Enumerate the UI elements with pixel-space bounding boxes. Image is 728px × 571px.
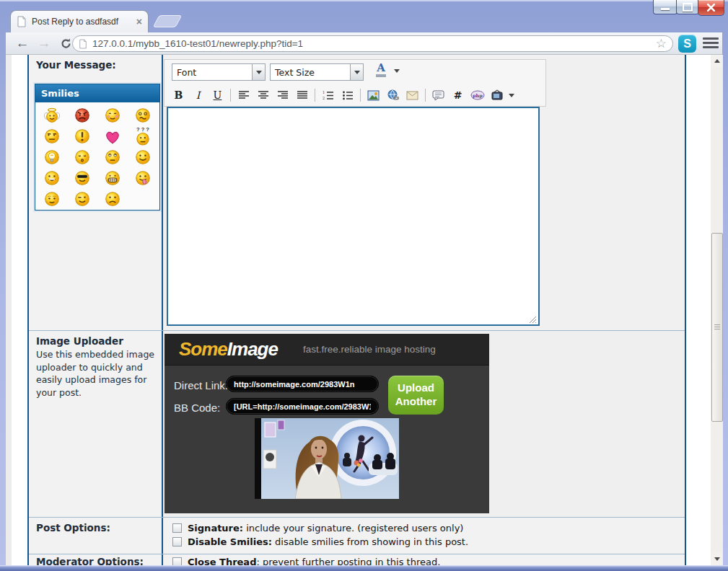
- align-center-button[interactable]: [253, 86, 273, 105]
- font-color-button[interactable]: A: [372, 63, 390, 77]
- smiley-heart-icon[interactable]: [103, 128, 122, 145]
- tab-close-icon[interactable]: ×: [136, 17, 142, 27]
- reload-icon: [60, 37, 72, 50]
- logo-some: Some: [179, 338, 227, 360]
- maximize-icon: [683, 3, 693, 12]
- someimage-header: SomeImage fast.free.reliable image hosti…: [165, 334, 489, 366]
- your-message-label: Your Message:: [36, 59, 116, 71]
- font-select[interactable]: Font: [172, 63, 266, 81]
- close-thread-checkbox[interactable]: [172, 557, 182, 565]
- close-thread-option-desc: : prevent further posting in this thread…: [256, 557, 440, 565]
- message-textarea[interactable]: [167, 107, 540, 326]
- smiley-exclamation-icon[interactable]: [74, 128, 91, 145]
- insert-quote-button[interactable]: [429, 86, 448, 105]
- smiley-sad-icon[interactable]: [104, 190, 121, 208]
- insert-php-button[interactable]: php: [468, 86, 487, 105]
- minimize-icon: [661, 8, 670, 10]
- skype-extension-icon[interactable]: S: [678, 35, 696, 53]
- smilies-panel: Smilies: [35, 84, 160, 211]
- disable-smilies-option-name: Disable Smilies:: [188, 536, 272, 547]
- direct-link-input[interactable]: [226, 376, 379, 392]
- smiley-big-grin-icon[interactable]: [43, 169, 61, 187]
- smiley-angel-icon[interactable]: [43, 107, 61, 124]
- bold-button[interactable]: B: [169, 86, 188, 105]
- bookmark-star-icon[interactable]: ☆: [656, 37, 667, 50]
- someimage-panel: SomeImage fast.free.reliable image hosti…: [165, 334, 489, 513]
- smiley-sleepy-icon[interactable]: [74, 149, 91, 166]
- underline-button[interactable]: U: [208, 86, 227, 105]
- tab-title: Post Reply to asdfasdf: [32, 17, 136, 27]
- text-size-select[interactable]: Text Size: [270, 63, 364, 81]
- page-scrollbar[interactable]: [711, 55, 723, 565]
- smiley-shy-icon[interactable]: [43, 190, 61, 208]
- smiley-smile-icon[interactable]: [134, 149, 152, 166]
- bullet-list-button[interactable]: [338, 86, 357, 105]
- font-color-caret-icon[interactable]: [394, 69, 400, 73]
- smiley-tongue-icon[interactable]: [134, 169, 152, 187]
- image-uploader-description: Use this embedded image uploader to quic…: [36, 348, 156, 399]
- smiley-idea-icon[interactable]: [43, 149, 61, 166]
- video-caret-icon[interactable]: [509, 94, 514, 97]
- font-color-bar: [376, 74, 386, 77]
- post-options-label-cell: Post Options:: [29, 518, 162, 554]
- resize-grip-icon[interactable]: [529, 316, 537, 324]
- font-select-value: Font: [172, 67, 252, 78]
- browser-menu-icon[interactable]: [703, 37, 719, 50]
- ordered-list-button[interactable]: 12: [318, 86, 338, 105]
- upload-another-button[interactable]: Upload Another: [388, 376, 444, 415]
- smiley-wink-icon[interactable]: [74, 190, 91, 208]
- url-text: 127.0.0.1/mybb_1610-test01/newreply.php?…: [92, 38, 656, 49]
- maximize-button[interactable]: [676, 0, 699, 14]
- bb-code-input[interactable]: [226, 398, 379, 415]
- disable-smilies-checkbox[interactable]: [172, 537, 182, 546]
- insert-video-button[interactable]: [487, 86, 506, 105]
- disable-smilies-option-text: Disable Smilies: disable smilies from sh…: [188, 536, 468, 547]
- insert-image-button[interactable]: [364, 86, 383, 105]
- close-button[interactable]: [698, 0, 724, 16]
- signature-checkbox[interactable]: [172, 523, 182, 533]
- direct-link-label: Direct Link:: [174, 379, 228, 391]
- forward-button[interactable]: →: [35, 34, 53, 53]
- page-viewport: Your Message: Smilies: [6, 55, 723, 565]
- insert-code-button[interactable]: #: [448, 86, 468, 105]
- scroll-up-button[interactable]: [711, 55, 723, 67]
- close-thread-option-name: Close Thread: [188, 557, 256, 565]
- smiley-grin-icon[interactable]: [104, 169, 121, 187]
- align-left-button[interactable]: [234, 86, 253, 105]
- smiley-blush-icon[interactable]: [104, 107, 121, 124]
- minimize-button[interactable]: [653, 0, 677, 14]
- align-justify-button[interactable]: [292, 86, 312, 105]
- signature-option-name: Signature:: [188, 523, 243, 534]
- post-options-label: Post Options:: [36, 522, 110, 534]
- svg-text:? ? ?: ? ? ?: [136, 126, 149, 133]
- scrollbar-thumb[interactable]: [711, 233, 723, 422]
- uploader-label-cell: Image Uploader Use this embedded image u…: [29, 331, 162, 517]
- italic-button[interactable]: I: [188, 86, 208, 105]
- back-button[interactable]: ←: [13, 34, 32, 53]
- scroll-down-button[interactable]: [711, 553, 723, 565]
- smiley-rolleyes-icon[interactable]: [104, 149, 121, 166]
- smiley-huh-icon[interactable]: ? ? ?: [133, 126, 152, 146]
- moderator-options-label-cell: Moderator Options:: [29, 554, 162, 565]
- table-border-right: [685, 55, 686, 565]
- smiley-cool-icon[interactable]: [74, 169, 91, 187]
- smiley-angry-icon[interactable]: [74, 107, 91, 124]
- insert-link-button[interactable]: [383, 86, 403, 105]
- page-favicon-icon: [17, 16, 27, 27]
- smilies-grid: ? ? ?: [35, 102, 159, 209]
- insert-email-button[interactable]: [403, 86, 422, 105]
- smiley-dodgy-icon[interactable]: [43, 128, 61, 145]
- browser-tab[interactable]: Post Reply to asdfasdf ×: [10, 10, 149, 32]
- address-bar[interactable]: 127.0.0.1/mybb_1610-test01/newreply.php?…: [72, 35, 673, 52]
- svg-text:1: 1: [323, 90, 325, 94]
- scroll-up-icon: [714, 59, 720, 63]
- smilies-header: Smilies: [35, 84, 159, 102]
- window-bottom-border: [0, 565, 728, 571]
- close-thread-option-text: Close Thread: prevent further posting in…: [188, 557, 440, 565]
- uploaded-photo: [255, 418, 399, 499]
- align-right-button[interactable]: [273, 86, 292, 105]
- smiley-confused-icon[interactable]: [134, 107, 152, 124]
- signature-option-text: Signature: include your signature. (regi…: [188, 523, 463, 534]
- logo-image: Image: [227, 338, 278, 360]
- moderator-options-label: Moderator Options:: [36, 556, 144, 565]
